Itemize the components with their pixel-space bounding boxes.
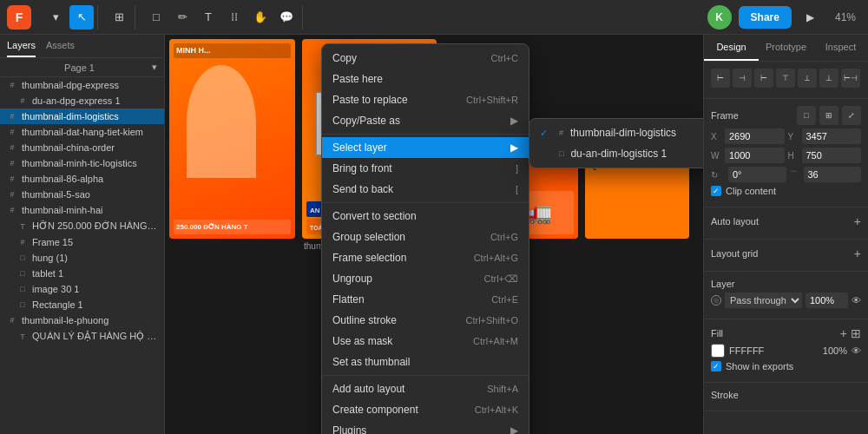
tab-assets[interactable]: Assets	[46, 40, 75, 57]
share-button[interactable]: Share	[739, 6, 792, 29]
layer-thumbnail-dpg-express[interactable]: # thumbnail-dpg-express	[0, 77, 164, 93]
fill-opacity-value: 100%	[817, 345, 847, 356]
radius-input[interactable]	[804, 167, 862, 182]
text-tool[interactable]: T	[196, 5, 220, 30]
layer-thumbnail-china[interactable]: # thumbnail-china-order	[0, 140, 164, 155]
menu-create-component[interactable]: Create component Ctrl+Alt+K	[322, 399, 529, 420]
fill-label: Fill	[711, 328, 723, 339]
play-button[interactable]: ▶	[799, 5, 823, 30]
w-prop-row: W H	[711, 148, 861, 163]
menu-outline-stroke[interactable]: Outline stroke Ctrl+Shift+O	[322, 310, 529, 331]
rotation-input[interactable]	[728, 167, 786, 182]
chevron-down-icon: ▾	[152, 62, 157, 73]
align-center-h-btn[interactable]: ⊣	[733, 69, 752, 88]
menu-select-layer[interactable]: Select layer ▶	[322, 137, 529, 158]
blend-mode-select[interactable]: Pass through	[725, 293, 802, 308]
layer-thumbnail-minh-hai[interactable]: # thumbnail-minh-hai	[0, 202, 164, 218]
zoom-level[interactable]: 41%	[830, 11, 861, 23]
layer-thumbnail-dim-logistics[interactable]: # thumbnail-dim-logistics	[0, 108, 164, 124]
menu-use-as-mask[interactable]: Use as mask Ctrl+Alt+M	[322, 331, 529, 352]
opacity-input[interactable]	[806, 293, 848, 308]
menu-frame-selection[interactable]: Frame selection Ctrl+Alt+G	[322, 247, 529, 268]
w-input[interactable]	[725, 148, 785, 163]
align-middle-v-btn[interactable]: ⊥	[798, 69, 817, 88]
y-input[interactable]	[802, 128, 862, 144]
layer-quan-ly[interactable]: T QUẢN LÝ ĐẶT HÀNG HỘ THỔ...	[0, 328, 164, 345]
auto-layout-row: Auto layout +	[711, 214, 861, 228]
menu-bring-to-front[interactable]: Bring to front ]	[322, 158, 529, 179]
frame-tool[interactable]: ⊞	[107, 5, 131, 30]
submenu-du-an-dim-logistics[interactable]: □ du-an-dim-logistics 1	[529, 143, 703, 164]
fill-label-row: Fill + ⊞	[711, 326, 861, 340]
menu-plugins[interactable]: Plugins ▶	[322, 420, 529, 434]
submenu-thumbnail-dim-logistics[interactable]: ✓ # thumbnail-dim-logistics	[529, 122, 703, 143]
layer-thumbnail-5-sao[interactable]: # thumbnail-5-sao	[0, 187, 164, 202]
frame-icon-2[interactable]: ⊞	[819, 106, 838, 125]
align-bottom-btn[interactable]: ⊥	[819, 69, 838, 88]
rect-icon: □	[17, 253, 28, 263]
frame-icon-1[interactable]: □	[797, 106, 816, 125]
layer-thumbnail-minh-tic[interactable]: # thumbnail-minh-tic-logistics	[0, 155, 164, 171]
clip-content-checkbox[interactable]: ✓	[711, 186, 721, 196]
layer-thumbnail-86-alpha[interactable]: # thumbnail-86-alpha	[0, 171, 164, 187]
tool-group-frame: ⊞	[103, 5, 135, 30]
menu-add-auto-layout[interactable]: Add auto layout Shift+A	[322, 378, 529, 399]
comment-tool[interactable]: 💬	[274, 5, 299, 30]
page-label[interactable]: Page 1 ▾	[0, 58, 164, 77]
hand-tool[interactable]: ✋	[248, 5, 273, 30]
menu-set-thumbnail[interactable]: Set as thumbnail	[322, 352, 529, 372]
fill-color-swatch[interactable]	[711, 344, 725, 358]
menu-group-selection[interactable]: Group selection Ctrl+G	[322, 227, 529, 247]
pass-through-row: ◎ Pass through 👁	[711, 293, 861, 308]
show-in-exports-label: Show in exports	[726, 361, 793, 372]
more-fill-btn[interactable]: ⊞	[851, 326, 861, 340]
canvas[interactable]: MINH H... 250.000 ĐỚN HÀNG T AN DIM LOGI…	[165, 35, 703, 434]
right-panel: Design Prototype Inspect ⊢ ⊣ ⊢ ⊤ ⊥ ⊥ ⊢⊣ …	[703, 35, 868, 434]
h-input[interactable]	[802, 148, 862, 163]
add-fill-btn[interactable]: +	[840, 326, 847, 340]
layer-label: Layer	[711, 279, 735, 289]
layer-thumbnail-dat-hang[interactable]: # thumbnail-dat-hang-tiet-kiem	[0, 124, 164, 140]
align-left-btn[interactable]: ⊢	[711, 69, 730, 88]
menu-ungroup[interactable]: Ungroup Ctrl+⌫	[322, 268, 529, 289]
menu-send-to-back[interactable]: Send to back [	[322, 179, 529, 200]
component-tool[interactable]: ⁞⁞	[222, 5, 247, 30]
distribute-h-btn[interactable]: ⊢⊣	[841, 69, 860, 88]
eye-icon[interactable]: 👁	[852, 295, 861, 306]
tab-inspect[interactable]: Inspect	[813, 35, 868, 61]
select-tool[interactable]: ↖	[69, 5, 94, 30]
layer-hung-1[interactable]: □ hung (1)	[0, 250, 164, 266]
layer-hon-250000[interactable]: T HỠN 250.000 ĐỚN HÀNG TR...	[0, 218, 164, 234]
layer-frame-15[interactable]: # Frame 15	[0, 234, 164, 250]
frame-icon-3[interactable]: ⤢	[842, 106, 861, 125]
layer-tablet-1[interactable]: □ tablet 1	[0, 266, 164, 281]
menu-flatten[interactable]: Flatten Ctrl+E	[322, 289, 529, 310]
menu-copy-paste-as[interactable]: Copy/Paste as ▶	[322, 110, 529, 131]
layer-du-an-dpg-express[interactable]: # du-an-dpg-express 1	[0, 93, 164, 108]
menu-btn[interactable]: ▾	[43, 5, 68, 30]
add-auto-layout-btn[interactable]: +	[854, 214, 861, 228]
layer-rectangle-1[interactable]: □ Rectangle 1	[0, 297, 164, 312]
tab-prototype[interactable]: Prototype	[759, 35, 813, 61]
tab-design[interactable]: Design	[704, 35, 759, 61]
menu-paste-here[interactable]: Paste here	[322, 69, 529, 89]
blend-mode-icon: ◎	[711, 295, 721, 306]
x-input[interactable]	[725, 128, 785, 144]
menu-convert-to-section[interactable]: Convert to section	[322, 206, 529, 227]
frame-section: Frame □ ⊞ ⤢ X Y W H ↻	[704, 99, 868, 207]
fill-eye-icon[interactable]: 👁	[852, 345, 861, 356]
add-layout-grid-btn[interactable]: +	[854, 247, 861, 260]
menu-copy[interactable]: Copy Ctrl+C	[322, 48, 529, 69]
alignment-section: ⊢ ⊣ ⊢ ⊤ ⊥ ⊥ ⊢⊣	[704, 62, 868, 99]
pen-tool[interactable]: ✏	[170, 5, 194, 30]
layer-image-30[interactable]: □ image 30 1	[0, 281, 164, 297]
layer-thumbnail-le-phuong[interactable]: # thumbnail-le-phuong	[0, 312, 164, 328]
show-in-exports-checkbox[interactable]: ✓	[711, 361, 721, 372]
shape-tool[interactable]: □	[144, 5, 168, 30]
avatar[interactable]: K	[707, 5, 732, 30]
tab-layers[interactable]: Layers	[7, 40, 36, 57]
figma-logo[interactable]: F	[7, 5, 31, 30]
align-right-btn[interactable]: ⊢	[754, 69, 773, 88]
align-top-btn[interactable]: ⊤	[776, 69, 795, 88]
menu-paste-to-replace[interactable]: Paste to replace Ctrl+Shift+R	[322, 89, 529, 110]
